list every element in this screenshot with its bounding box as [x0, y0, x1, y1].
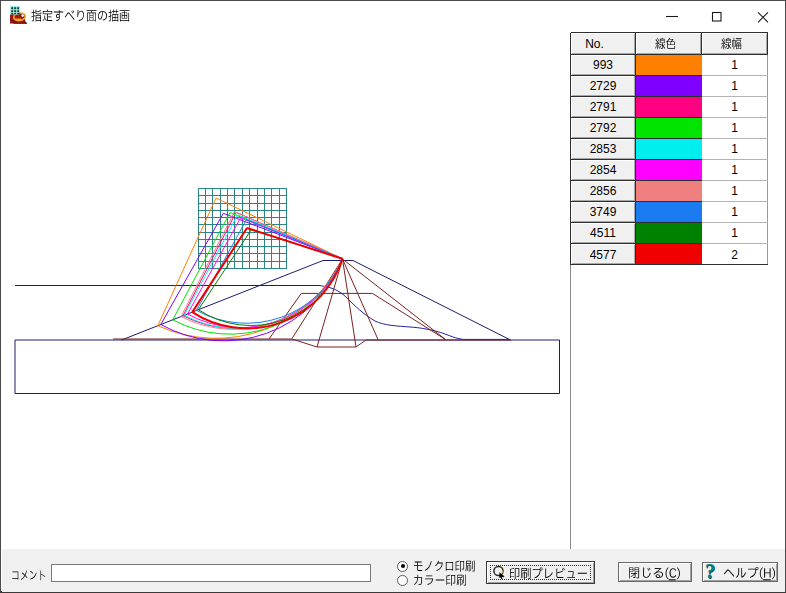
svg-text:2792: 2792 — [590, 121, 617, 135]
svg-text:1: 1 — [731, 100, 738, 114]
svg-text:1: 1 — [731, 163, 738, 177]
svg-text:2: 2 — [731, 248, 738, 262]
svg-text:3749: 3749 — [590, 205, 617, 219]
svg-text:4577: 4577 — [590, 248, 617, 262]
svg-text:2856: 2856 — [590, 184, 617, 198]
svg-text:1: 1 — [731, 142, 738, 156]
svg-text:1: 1 — [731, 226, 738, 240]
svg-text:1: 1 — [731, 79, 738, 93]
svg-text:1: 1 — [731, 58, 738, 72]
svg-text:1: 1 — [731, 184, 738, 198]
svg-text:4511: 4511 — [590, 226, 616, 240]
svg-text:1: 1 — [731, 121, 738, 135]
svg-text:2854: 2854 — [590, 163, 617, 177]
svg-text:2729: 2729 — [590, 79, 617, 93]
svg-text:2791: 2791 — [590, 100, 617, 114]
svg-text:993: 993 — [593, 58, 613, 72]
svg-text:No.: No. — [585, 37, 604, 51]
svg-text:1: 1 — [731, 205, 738, 219]
svg-text:2853: 2853 — [590, 142, 617, 156]
